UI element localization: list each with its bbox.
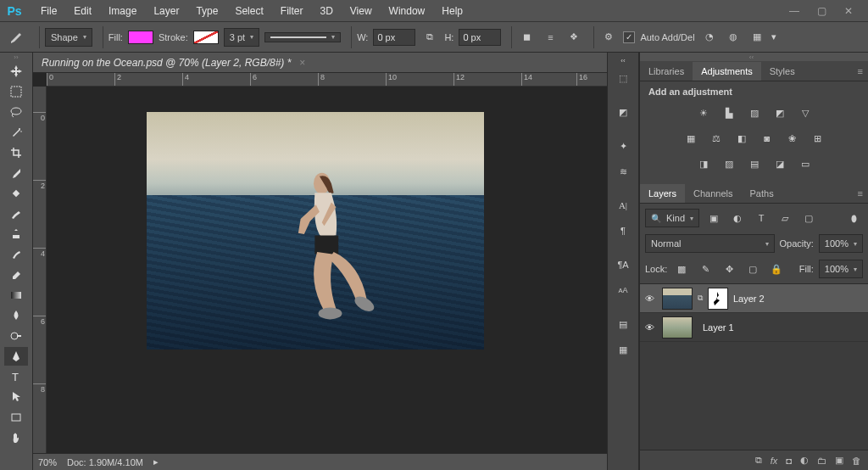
filter-toggle-icon[interactable]: ⬮ [844,209,863,227]
menu-file[interactable]: File [32,2,65,20]
brightness-icon[interactable]: ☀ [695,105,712,120]
shape-mode-dropdown[interactable]: Shape ▾ [45,28,92,47]
lock-pixels-icon[interactable]: ✎ [696,260,715,278]
maximize-button[interactable]: ▢ [814,5,829,17]
menu-layer[interactable]: Layer [145,2,187,20]
width-input[interactable] [373,29,415,46]
stroke-color-swatch[interactable] [193,31,219,44]
3d-panel-icon[interactable]: ⬚ [611,66,635,90]
tab-layers[interactable]: Layers [640,184,685,203]
lasso-tool[interactable] [4,103,28,121]
clone-stamp-tool[interactable] [4,225,28,243]
delete-layer-icon[interactable]: 🗑 [852,456,861,466]
filter-smart-icon[interactable]: ▢ [799,209,818,227]
invert-icon[interactable]: ◨ [695,156,712,171]
lock-position-icon[interactable]: ✥ [720,260,738,278]
grid-icon[interactable]: ▦ [748,28,766,47]
layer-thumbnail[interactable] [662,316,693,339]
pen-tool[interactable] [4,347,28,366]
new-group-icon[interactable]: 🗀 [817,456,826,466]
brush-presets-icon[interactable]: ≋ [611,159,635,183]
posterize-icon[interactable]: ▨ [721,156,737,171]
threshold-icon[interactable]: ▤ [746,156,763,171]
opacity-dropdown[interactable]: 100%▾ [819,234,863,253]
minimize-button[interactable]: — [787,5,802,17]
type-tool[interactable]: T [4,367,28,386]
link-icon[interactable]: ⧉ [420,28,439,47]
curves-icon[interactable]: ▨ [746,105,763,120]
align-icon[interactable]: ≡ [541,28,559,47]
close-tab-icon[interactable]: × [299,57,305,69]
levels-icon[interactable]: ▙ [721,105,737,120]
char-styles-icon[interactable]: ¶A [611,253,635,277]
dodge-tool[interactable] [4,327,28,345]
eyedropper-tool[interactable] [4,164,28,182]
filter-type-icon[interactable]: T [752,209,771,227]
histogram-panel-icon[interactable]: ◩ [611,100,635,124]
brush-tool[interactable] [4,204,28,223]
close-button[interactable]: ✕ [841,5,856,17]
tab-paths[interactable]: Paths [742,184,782,203]
menu-type[interactable]: Type [187,2,226,20]
stroke-width-dropdown[interactable]: 3 pt ▾ [224,28,259,47]
layer-thumbnail[interactable] [662,288,693,310]
channel-mixer-icon[interactable]: ❀ [784,131,801,146]
para-styles-icon[interactable]: AA [611,278,635,302]
brushes-panel-icon[interactable]: ✦ [611,134,635,158]
exposure-icon[interactable]: ◩ [771,105,788,120]
selective-color-icon[interactable]: ◪ [771,156,788,171]
layer-filter-dropdown[interactable]: 🔍 Kind ▾ [645,209,699,227]
gradient-tool[interactable] [4,286,28,305]
filter-pixel-icon[interactable]: ▣ [704,209,723,227]
tab-channels[interactable]: Channels [685,184,741,203]
tool-preset-picker[interactable] [5,27,34,48]
eraser-tool[interactable] [4,266,28,284]
layer-mask-thumbnail[interactable] [708,288,728,310]
menu-view[interactable]: View [342,2,381,20]
new-adjustment-icon[interactable]: ◐ [800,455,809,466]
move-tool[interactable] [4,62,28,81]
menu-edit[interactable]: Edit [65,2,100,20]
panel-handle[interactable]: ›› [0,53,32,61]
tab-styles[interactable]: Styles [761,62,804,81]
menu-3d[interactable]: 3D [311,2,341,20]
menu-window[interactable]: Window [381,2,434,20]
info-panel-icon[interactable]: ▦ [611,338,635,361]
hand-tool[interactable] [4,428,28,447]
menu-select[interactable]: Select [226,2,271,20]
rectangle-tool[interactable] [4,408,28,427]
healing-brush-tool[interactable] [4,184,28,203]
add-mask-icon[interactable]: ◘ [786,456,792,466]
paragraph-panel-icon[interactable]: ¶ [611,219,635,243]
canvas[interactable] [47,87,607,453]
panel-menu-icon[interactable]: ≡ [853,66,868,76]
tab-libraries[interactable]: Libraries [640,62,693,81]
arrange-icon[interactable]: ❖ [565,28,583,47]
ruler-horizontal[interactable]: 0 2 4 6 8 10 12 14 16 [47,73,607,87]
blur-tool[interactable] [4,306,28,325]
color-lookup-icon[interactable]: ⊞ [810,131,826,146]
visibility-toggle[interactable]: 👁 [645,322,657,333]
fill-color-swatch[interactable] [128,31,153,44]
stroke-style-dropdown[interactable]: ▾ [264,32,341,42]
photo-filter-icon[interactable]: ◙ [759,131,776,146]
visibility-toggle[interactable]: 👁 [645,294,657,304]
fill-opacity-dropdown[interactable]: 100%▾ [819,260,863,278]
layer-row[interactable]: 👁 Layer 1 [640,313,868,342]
link-layers-icon[interactable]: ⧉ [755,455,762,466]
path-ops-icon[interactable]: ◼ [517,28,536,47]
crop-tool[interactable] [4,143,28,162]
lock-artboard-icon[interactable]: ▢ [743,260,762,278]
ring-icon[interactable]: ◍ [724,28,743,47]
new-layer-icon[interactable]: ▣ [835,455,843,466]
path-selection-tool[interactable] [4,388,28,406]
bw-icon[interactable]: ◧ [733,131,750,146]
document-tab[interactable]: Running on the Ocean.psd @ 70% (Layer 2,… [33,53,607,73]
blend-mode-dropdown[interactable]: Normal ▾ [645,234,775,253]
tab-adjustments[interactable]: Adjustments [693,62,761,81]
gear-icon[interactable]: ⚙ [599,28,618,47]
menu-image[interactable]: Image [100,2,145,20]
filter-adjust-icon[interactable]: ◐ [728,209,747,227]
magnet-icon[interactable]: ◔ [700,28,719,47]
color-balance-icon[interactable]: ⚖ [708,131,725,146]
